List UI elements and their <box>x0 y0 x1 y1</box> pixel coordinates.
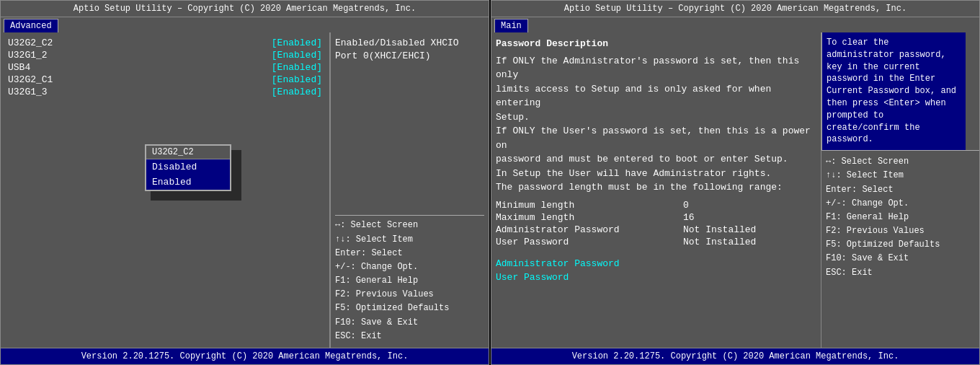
dropdown-popup[interactable]: U32G2_C2 Disabled Enabled <box>145 144 231 191</box>
left-tab-row: Advanced <box>1 17 489 32</box>
right-screen: Aptio Setup Utility – Copyright (C) 2020… <box>491 0 980 365</box>
left-header: Aptio Setup Utility – Copyright (C) 2020… <box>1 1 489 17</box>
left-content: U32G2_C2 [Enabled] U32G1_2 [Enabled] USB… <box>1 32 489 348</box>
right-key-help-panel: ↔: Select Screen ↑↓: Select Item Enter: … <box>821 151 979 348</box>
left-key-help: ↔: Select Screen ↑↓: Select Item Enter: … <box>335 219 484 343</box>
dropdown-title: U32G2_C2 <box>146 146 230 159</box>
dropdown-item-enabled[interactable]: Enabled <box>146 175 230 190</box>
admin-password-link[interactable]: Administrator Password <box>496 257 816 271</box>
pwd-row-max: Maximum length 16 <box>496 211 816 224</box>
password-links: Administrator Password User Password <box>496 257 816 284</box>
setting-row-u32g2c2[interactable]: U32G2_C2 [Enabled] <box>5 37 325 49</box>
setting-row-u32g1-2[interactable]: U32G1_2 [Enabled] <box>5 49 325 61</box>
right-content: Password Description If ONLY the Adminis… <box>491 32 979 348</box>
left-help-desc: Enabled/Disabled XHCIO Port 0(XHCI/EHCI) <box>335 37 484 212</box>
tab-main[interactable]: Main <box>494 19 528 32</box>
user-password-link[interactable]: User Password <box>496 271 816 284</box>
setting-row-u32g1-3[interactable]: U32G1_3 [Enabled] <box>5 86 325 98</box>
dropdown-item-disabled[interactable]: Disabled <box>146 159 230 175</box>
left-settings-panel: U32G2_C2 [Enabled] U32G1_2 [Enabled] USB… <box>1 32 330 348</box>
pwd-row-admin: Administrator Password Not Installed <box>496 224 816 236</box>
right-header-text: Aptio Setup Utility – Copyright (C) 2020… <box>564 4 906 14</box>
right-header: Aptio Setup Utility – Copyright (C) 2020… <box>491 1 979 17</box>
password-info: Password Description If ONLY the Adminis… <box>496 37 816 195</box>
password-desc-title: Password Description <box>496 37 816 51</box>
password-panel: Password Description If ONLY the Adminis… <box>491 32 821 348</box>
left-footer: Version 2.20.1275. Copyright (C) 2020 Am… <box>1 348 489 364</box>
password-fields: Minimum length 0 Maximum length 16 Admin… <box>496 199 816 248</box>
tab-advanced[interactable]: Advanced <box>4 19 58 32</box>
pwd-row-user: User Password Not Installed <box>496 236 816 248</box>
left-help-divider <box>335 215 484 216</box>
left-header-text: Aptio Setup Utility – Copyright (C) 2020… <box>74 4 416 14</box>
right-side-panel: To clear the administrator password, key… <box>821 32 979 348</box>
right-tab-row: Main <box>491 17 979 32</box>
left-help-panel: Enabled/Disabled XHCIO Port 0(XHCI/EHCI)… <box>330 32 489 348</box>
right-footer: Version 2.20.1275. Copyright (C) 2020 Am… <box>491 348 979 364</box>
setting-row-usb4[interactable]: USB4 [Enabled] <box>5 61 325 74</box>
pwd-row-min: Minimum length 0 <box>496 199 816 211</box>
setting-row-u32g2c1[interactable]: U32G2_C1 [Enabled] <box>5 74 325 86</box>
right-desc-panel: To clear the administrator password, key… <box>821 32 966 150</box>
right-key-help: ↔: Select Screen ↑↓: Select Item Enter: … <box>826 155 976 280</box>
left-screen: Aptio Setup Utility – Copyright (C) 2020… <box>0 0 489 365</box>
